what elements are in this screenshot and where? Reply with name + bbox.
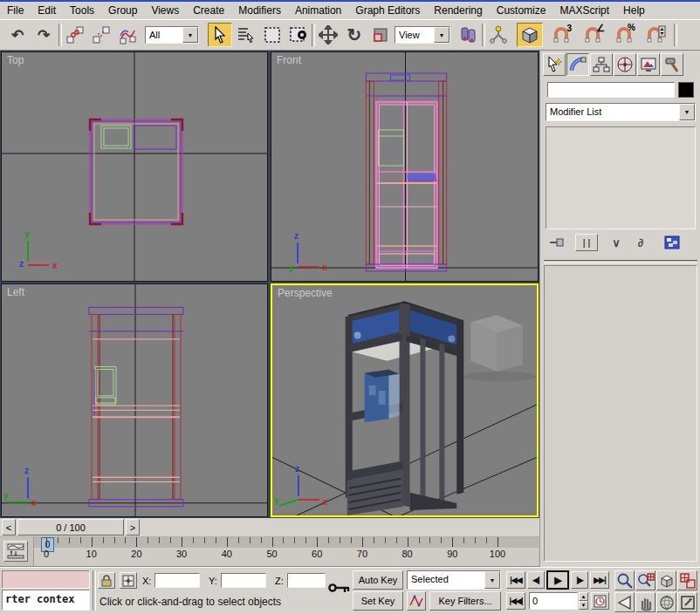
use-center-button[interactable]: [456, 23, 480, 47]
menu-file[interactable]: File: [0, 2, 31, 19]
undo-button[interactable]: ↶: [5, 23, 30, 47]
time-configuration-button[interactable]: [591, 592, 609, 610]
set-key-button[interactable]: Set Key: [353, 591, 403, 611]
zoom-all-button[interactable]: [635, 570, 655, 590]
default-in-out-tangents-button[interactable]: [407, 591, 426, 611]
select-and-scale-button[interactable]: [368, 23, 393, 47]
tab-utilities[interactable]: [661, 53, 683, 76]
modifier-stack[interactable]: [546, 126, 696, 229]
menu-help[interactable]: Help: [616, 2, 652, 19]
angle-snap-button[interactable]: ∠: [580, 23, 606, 47]
timeline-ruler[interactable]: 0 0102030405060708090100: [33, 537, 539, 566]
spinner-snap-button[interactable]: [642, 23, 669, 47]
zoom-button[interactable]: [614, 570, 635, 590]
object-name-field[interactable]: [547, 82, 675, 98]
mini-curve-editor-button[interactable]: [3, 541, 28, 562]
zoom-extents-all-button[interactable]: [677, 570, 697, 590]
go-to-end-button[interactable]: ▶▶|: [590, 571, 609, 589]
y-coordinate-field[interactable]: [221, 573, 266, 588]
maximize-viewport-toggle[interactable]: [677, 592, 697, 612]
menu-create[interactable]: Create: [186, 2, 231, 19]
chevron-down-icon[interactable]: ▼: [484, 571, 500, 589]
rollout-area[interactable]: [544, 265, 697, 562]
select-and-move-button[interactable]: [316, 23, 340, 47]
pan-hand-icon: [637, 594, 655, 611]
show-end-result-button[interactable]: | |: [575, 234, 598, 251]
menu-edit[interactable]: Edit: [31, 2, 63, 19]
zoom-extents-button[interactable]: [656, 570, 676, 590]
menu-maxscript[interactable]: MAXScript: [552, 2, 616, 19]
tab-display[interactable]: [637, 53, 660, 76]
tab-hierarchy[interactable]: [590, 53, 613, 76]
pin-stack-button[interactable]: [546, 234, 568, 251]
remove-modifier-button[interactable]: ∂: [629, 234, 652, 251]
menu-tools[interactable]: Tools: [63, 2, 101, 19]
key-mode-dropdown[interactable]: Selected ▼: [407, 570, 501, 590]
frame-indicator[interactable]: 0 / 100: [17, 519, 124, 536]
reference-coordinate-dropdown[interactable]: View ▼: [395, 26, 450, 44]
chevron-down-icon[interactable]: ▼: [679, 104, 695, 120]
pan-button[interactable]: [635, 592, 655, 612]
bind-to-space-warp-button[interactable]: [115, 23, 140, 47]
object-color-swatch[interactable]: [678, 82, 694, 98]
time-slider-back-button[interactable]: <: [2, 519, 16, 536]
frame-spinner-down[interactable]: ▼: [579, 601, 588, 610]
unlink-selection-button[interactable]: [89, 23, 113, 47]
menu-animation[interactable]: Animation: [288, 2, 348, 19]
menu-group[interactable]: Group: [101, 2, 144, 19]
percent-snap-button[interactable]: %: [611, 23, 637, 47]
maxscript-mini-listener-output[interactable]: rter contex: [2, 590, 90, 611]
snap-toggle-button[interactable]: [517, 23, 543, 47]
arc-rotate-button[interactable]: [656, 592, 676, 612]
z-coordinate-field[interactable]: [287, 573, 326, 588]
viewport-front[interactable]: z x y Front: [271, 51, 539, 282]
select-by-name-button[interactable]: [234, 23, 258, 47]
chevron-down-icon[interactable]: ▼: [434, 27, 450, 43]
menu-views[interactable]: Views: [144, 2, 186, 19]
select-and-link-button[interactable]: [63, 23, 87, 47]
previous-frame-button[interactable]: ◀|: [527, 571, 545, 589]
set-keys-button[interactable]: [328, 580, 351, 597]
menu-customize[interactable]: Customize: [490, 2, 553, 19]
viewport-top[interactable]: y x z Top: [1, 51, 268, 282]
x-coordinate-field[interactable]: [154, 573, 200, 588]
menu-rendering[interactable]: Rendering: [427, 2, 489, 19]
absolute-offset-toggle[interactable]: [120, 572, 137, 589]
current-frame-field[interactable]: [529, 592, 578, 610]
viewport-left[interactable]: z y x Left: [1, 283, 268, 517]
key-filters-button[interactable]: Key Filters...: [429, 591, 501, 611]
make-unique-button[interactable]: ∨: [605, 234, 628, 251]
viewport-front-label[interactable]: Front: [277, 54, 301, 66]
viewport-perspective[interactable]: z y x Perspective: [271, 283, 539, 517]
field-of-view-button[interactable]: [614, 592, 635, 612]
select-and-rotate-button[interactable]: ↻: [342, 23, 367, 47]
window-crossing-toggle-button[interactable]: [286, 23, 311, 47]
select-and-manipulate-button[interactable]: [486, 23, 511, 47]
menu-modifiers[interactable]: Modifiers: [231, 2, 288, 19]
tab-motion[interactable]: [614, 53, 636, 76]
tab-modify[interactable]: [566, 53, 589, 76]
snap-3d-button[interactable]: 3: [548, 23, 574, 47]
redo-button[interactable]: ↷: [31, 23, 56, 47]
time-slider-forward-button[interactable]: >: [126, 519, 140, 536]
selection-lock-toggle[interactable]: [98, 572, 115, 589]
next-frame-button[interactable]: |▶: [571, 571, 588, 589]
viewport-left-label[interactable]: Left: [7, 286, 24, 298]
key-mode-toggle[interactable]: |◀◀|: [506, 592, 525, 610]
go-to-start-button[interactable]: |◀◀: [506, 571, 525, 589]
chevron-down-icon[interactable]: ▼: [182, 27, 198, 43]
menu-graph-editors[interactable]: Graph Editors: [348, 2, 427, 19]
tab-create[interactable]: [543, 53, 566, 76]
configure-modifier-sets-button[interactable]: [661, 234, 683, 251]
key-filters-label: Key Filters...: [438, 596, 491, 606]
rectangular-selection-region-button[interactable]: [260, 23, 285, 47]
frame-spinner-up[interactable]: ▲: [579, 592, 588, 601]
viewport-top-label[interactable]: Top: [7, 54, 24, 66]
maxscript-mini-listener-input[interactable]: [2, 570, 90, 589]
auto-key-button[interactable]: Auto Key: [353, 570, 403, 590]
selection-filter-dropdown[interactable]: All ▼: [145, 26, 199, 44]
select-object-button[interactable]: [208, 23, 232, 47]
play-button[interactable]: ▶: [546, 570, 569, 590]
modifier-list-dropdown[interactable]: Modifier List ▼: [546, 103, 696, 121]
viewport-perspective-label[interactable]: Perspective: [278, 287, 333, 299]
